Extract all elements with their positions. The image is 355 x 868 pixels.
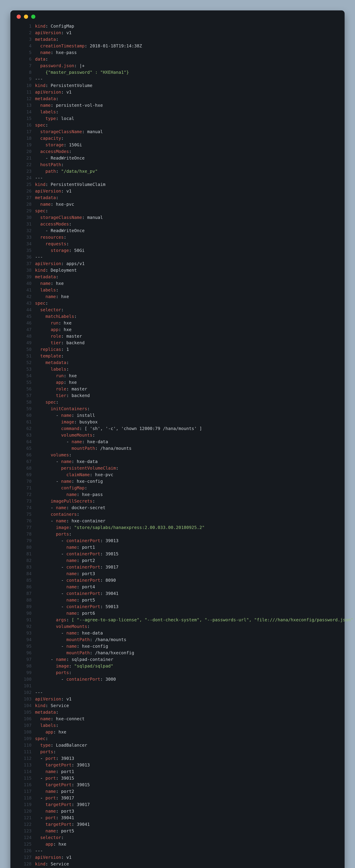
- code-window: 1kind: ConfigMap 2apiVersion: v1 3metada…: [10, 10, 345, 868]
- close-icon[interactable]: [16, 14, 21, 19]
- code-block: 1kind: ConfigMap 2apiVersion: v1 3metada…: [10, 23, 345, 868]
- zoom-icon[interactable]: [31, 14, 35, 19]
- minimize-icon[interactable]: [24, 14, 28, 19]
- titlebar: [10, 10, 345, 23]
